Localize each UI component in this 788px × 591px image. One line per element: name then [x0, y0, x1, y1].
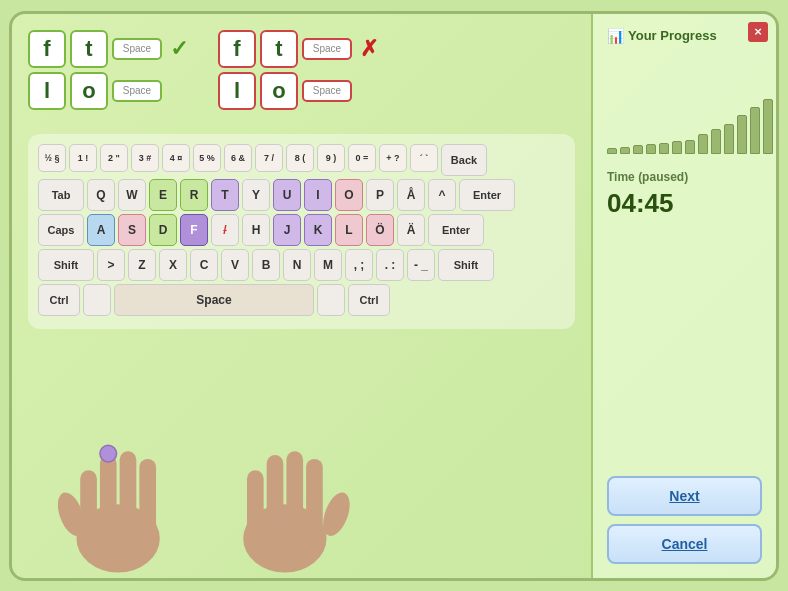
key-,;[interactable]: , ;	[345, 249, 373, 281]
letter-f-correct: f	[28, 30, 66, 68]
cross-mark: ✗	[360, 36, 378, 62]
keyboard-row: CapsASDF/HJKLÖÄEnter	[38, 214, 565, 246]
main-window: f t Space ✓ l o Space f t Space ✗	[9, 11, 779, 581]
key-o[interactable]: O	[335, 179, 363, 211]
key-y[interactable]: Y	[242, 179, 270, 211]
bar	[633, 145, 643, 153]
bar	[646, 144, 656, 154]
key-.:[interactable]: . :	[376, 249, 404, 281]
key-q[interactable]: Q	[87, 179, 115, 211]
keyboard-row: ½ §1 !2 "3 #4 ¤5 %6 &7 /8 (9 )0 =+ ?´ `B…	[38, 144, 565, 176]
letter-t-incorrect: t	[260, 30, 298, 68]
key-[interactable]	[317, 284, 345, 316]
key-j[interactable]: J	[273, 214, 301, 246]
key-+?[interactable]: + ?	[379, 144, 407, 172]
key-z[interactable]: Z	[128, 249, 156, 281]
key-b[interactable]: B	[252, 249, 280, 281]
key-shift[interactable]: Shift	[38, 249, 94, 281]
key-9)[interactable]: 9 )	[317, 144, 345, 172]
key-u[interactable]: U	[273, 179, 301, 211]
svg-rect-9	[267, 455, 284, 535]
key-ctrl[interactable]: Ctrl	[38, 284, 80, 316]
key-0=[interactable]: 0 =	[348, 144, 376, 172]
key-5%[interactable]: 5 %	[193, 144, 221, 172]
left-panel: f t Space ✓ l o Space f t Space ✗	[12, 14, 591, 578]
cancel-button[interactable]: Cancel	[607, 524, 762, 564]
svg-rect-11	[306, 458, 323, 532]
check-mark: ✓	[170, 36, 188, 62]
key-space[interactable]: Space	[114, 284, 314, 316]
key-i[interactable]: I	[304, 179, 332, 211]
key-h[interactable]: H	[242, 214, 270, 246]
key-å[interactable]: Å	[397, 179, 425, 211]
bar	[711, 129, 721, 154]
key-8([interactable]: 8 (	[286, 144, 314, 172]
letter-f-incorrect: f	[218, 30, 256, 68]
key-e[interactable]: E	[149, 179, 177, 211]
key-n[interactable]: N	[283, 249, 311, 281]
next-button[interactable]: Next	[607, 476, 762, 516]
letter-t-correct: t	[70, 30, 108, 68]
key-t[interactable]: T	[211, 179, 239, 211]
svg-rect-3	[120, 451, 137, 534]
key-1![interactable]: 1 !	[69, 144, 97, 172]
space-correct-1: Space	[112, 38, 162, 60]
key-6&[interactable]: 6 &	[224, 144, 252, 172]
key-w[interactable]: W	[118, 179, 146, 211]
key-enter[interactable]: Enter	[459, 179, 515, 211]
correct-row2: l o Space	[28, 72, 188, 110]
incorrect-row1: f t Space ✗	[218, 30, 378, 68]
key-½§[interactable]: ½ §	[38, 144, 66, 172]
key->[interactable]: >	[97, 249, 125, 281]
correct-row1: f t Space ✓	[28, 30, 188, 68]
incorrect-row2: l o Space	[218, 72, 378, 110]
key-p[interactable]: P	[366, 179, 394, 211]
key-l[interactable]: L	[335, 214, 363, 246]
key-c[interactable]: C	[190, 249, 218, 281]
key-2"[interactable]: 2 "	[100, 144, 128, 172]
bar	[685, 140, 695, 154]
progress-icon: 📊	[607, 28, 624, 44]
key-caps[interactable]: Caps	[38, 214, 84, 246]
key-k[interactable]: K	[304, 214, 332, 246]
bar	[750, 107, 760, 153]
key-a[interactable]: A	[87, 214, 115, 246]
key-f[interactable]: F	[180, 214, 208, 246]
keyboard: ½ §1 !2 "3 #4 ¤5 %6 &7 /8 (9 )0 =+ ?´ `B…	[28, 134, 575, 329]
bar	[607, 148, 617, 153]
incorrect-word-group: f t Space ✗ l o Space	[218, 30, 378, 110]
key-m[interactable]: M	[314, 249, 342, 281]
svg-rect-10	[286, 451, 303, 534]
right-hand	[243, 451, 355, 572]
key--_[interactable]: - _	[407, 249, 435, 281]
bar	[776, 88, 779, 153]
key-enter[interactable]: Enter	[428, 214, 484, 246]
key-ctrl[interactable]: Ctrl	[348, 284, 390, 316]
hands-area	[12, 408, 391, 578]
key-back[interactable]: Back	[441, 144, 487, 176]
svg-rect-8	[247, 470, 264, 534]
key-s[interactable]: S	[118, 214, 146, 246]
key-/[interactable]: /	[211, 214, 239, 246]
key-ä[interactable]: Ä	[397, 214, 425, 246]
key-´`[interactable]: ´ `	[410, 144, 438, 172]
key-v[interactable]: V	[221, 249, 249, 281]
close-button[interactable]: ×	[748, 22, 768, 42]
key-4¤[interactable]: 4 ¤	[162, 144, 190, 172]
key-^[interactable]: ^	[428, 179, 456, 211]
bar	[620, 147, 630, 154]
key-d[interactable]: D	[149, 214, 177, 246]
key-7/[interactable]: 7 /	[255, 144, 283, 172]
key-3#[interactable]: 3 #	[131, 144, 159, 172]
key-tab[interactable]: Tab	[38, 179, 84, 211]
svg-rect-4	[139, 458, 156, 532]
bar	[737, 115, 747, 153]
key-x[interactable]: X	[159, 249, 187, 281]
correct-word-group: f t Space ✓ l o Space	[28, 30, 188, 110]
key-r[interactable]: R	[180, 179, 208, 211]
key-[interactable]	[83, 284, 111, 316]
progress-title: 📊 Your Progress	[607, 28, 762, 44]
bar	[724, 124, 734, 154]
key-ö[interactable]: Ö	[366, 214, 394, 246]
key-shift[interactable]: Shift	[438, 249, 494, 281]
